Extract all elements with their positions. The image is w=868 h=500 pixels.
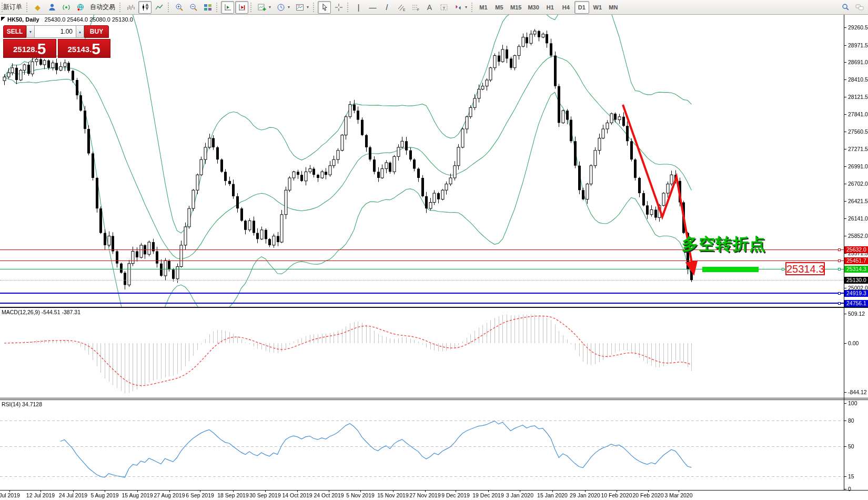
sell-button[interactable]: SELL bbox=[3, 25, 26, 38]
chart-collapse-icon[interactable] bbox=[1, 17, 5, 21]
level-line-25451.7[interactable] bbox=[0, 261, 844, 261]
tf-d1[interactable]: D1 bbox=[574, 1, 589, 14]
template-icon[interactable] bbox=[293, 1, 306, 14]
axis-tick bbox=[844, 314, 846, 314]
fibonacci-icon[interactable]: F bbox=[409, 1, 422, 14]
tf-m30[interactable]: M30 bbox=[525, 1, 541, 14]
date-label: 5 Aug 2019 bbox=[90, 492, 118, 498]
sell-price-cell[interactable]: 25128.5 bbox=[3, 39, 56, 58]
pane-separator-main-macd[interactable] bbox=[0, 307, 868, 308]
level-line-24756.1[interactable] bbox=[0, 303, 844, 304]
date-label: 15 Nov 2019 bbox=[377, 492, 409, 498]
axis-tick bbox=[844, 201, 846, 202]
price-tick-label: 27271.5 bbox=[848, 146, 868, 152]
date-label: 3 Jan 2020 bbox=[506, 492, 533, 498]
date-label: 27 Nov 2019 bbox=[409, 492, 441, 498]
level-line-25130.0 bbox=[0, 280, 844, 281]
favorites-icon[interactable]: ◆ bbox=[31, 1, 44, 14]
zoom-out-icon[interactable] bbox=[187, 1, 200, 14]
axis-tick bbox=[844, 132, 846, 132]
level-line-24919.3[interactable] bbox=[0, 293, 844, 294]
chart-title: HK50, Daily25430.0 25464.0 25080.0 25130… bbox=[7, 16, 133, 23]
add-indicator-icon-dropdown[interactable]: ▾ bbox=[269, 2, 274, 13]
date-label: 3 Mar 2020 bbox=[664, 492, 692, 498]
trendline-icon[interactable]: / bbox=[380, 1, 393, 14]
autotrading-icon[interactable] bbox=[74, 1, 87, 14]
line-handle[interactable] bbox=[838, 302, 841, 305]
line-chart-icon[interactable] bbox=[153, 1, 166, 14]
volume-increase-button[interactable]: ▲ bbox=[76, 25, 84, 38]
arrows-icon-dropdown[interactable]: ▾ bbox=[465, 2, 470, 13]
date-label: 6 Sep 2019 bbox=[186, 492, 214, 498]
auto-scroll-icon[interactable] bbox=[221, 1, 234, 14]
autotrading-label[interactable]: 自动交易 bbox=[88, 1, 117, 14]
cursor-icon[interactable] bbox=[318, 1, 331, 14]
rsi-tick-label: 80 bbox=[848, 417, 854, 424]
tf-h1[interactable]: H1 bbox=[543, 1, 558, 14]
crosshair-icon[interactable] bbox=[332, 1, 345, 14]
axis-tick bbox=[844, 62, 846, 63]
axis-badge-24756.1: 24756.1 bbox=[844, 300, 868, 307]
candlestick-icon[interactable] bbox=[138, 1, 152, 14]
tf-mn[interactable]: MN bbox=[606, 1, 621, 14]
price-tick-label: 28121.5 bbox=[848, 94, 868, 100]
tf-w1[interactable]: W1 bbox=[590, 1, 605, 14]
tf-h4[interactable]: H4 bbox=[559, 1, 573, 14]
line-handle[interactable] bbox=[838, 292, 841, 295]
price-tag-box[interactable]: 25314.3 bbox=[785, 262, 825, 275]
date-label: 15 Aug 2019 bbox=[122, 492, 153, 498]
volume-decrease-button[interactable]: ▼ bbox=[26, 25, 35, 38]
tile-windows-icon[interactable] bbox=[201, 1, 214, 14]
axis-tick bbox=[844, 421, 846, 421]
horizontal-line-icon[interactable]: — bbox=[366, 1, 379, 14]
volume-input[interactable] bbox=[35, 25, 76, 38]
toolbar-grip bbox=[216, 3, 219, 12]
axis-tick bbox=[844, 446, 846, 447]
chat-icon[interactable] bbox=[853, 1, 866, 14]
tf-m1[interactable]: M1 bbox=[476, 1, 491, 14]
chart-shift-icon[interactable] bbox=[235, 1, 248, 14]
price-tick-label: 28691.0 bbox=[848, 59, 868, 65]
toolbar-grip bbox=[471, 3, 474, 12]
tf-m15[interactable]: M15 bbox=[508, 1, 524, 14]
date-label: 29 Jan 2020 bbox=[570, 492, 600, 498]
rsi-bottom-border bbox=[0, 490, 868, 491]
price-tick-label: 26991.0 bbox=[848, 163, 868, 169]
axis-tick bbox=[844, 45, 846, 46]
periods-icon[interactable] bbox=[274, 1, 287, 14]
turning-point-annotation[interactable]: 多空转折点 bbox=[682, 233, 787, 255]
pane-separator-macd-rsi-a[interactable] bbox=[0, 398, 868, 398]
line-handle[interactable] bbox=[838, 248, 841, 251]
arrows-icon[interactable] bbox=[451, 1, 465, 14]
bar-chart-icon[interactable] bbox=[124, 1, 137, 14]
new-order-button[interactable]: 新订单 bbox=[1, 1, 24, 14]
text-icon[interactable]: A bbox=[423, 1, 436, 14]
support-highlight-bar[interactable] bbox=[702, 267, 759, 272]
periods-icon-dropdown[interactable]: ▾ bbox=[288, 2, 292, 13]
axis-badge-25451.7: 25451.7 bbox=[844, 257, 868, 264]
rsi-tick-label: 50 bbox=[848, 443, 854, 449]
line-handle[interactable] bbox=[782, 268, 784, 271]
line-handle[interactable] bbox=[838, 268, 841, 271]
buy-price-main: 25143. bbox=[67, 43, 92, 56]
axis-tick bbox=[844, 288, 846, 288]
price-tick-label: 26421.5 bbox=[848, 198, 868, 204]
text-label-icon[interactable]: T bbox=[437, 1, 450, 14]
template-icon-dropdown[interactable]: ▾ bbox=[307, 2, 311, 13]
tf-m5[interactable]: M5 bbox=[492, 1, 507, 14]
zoom-in-icon[interactable] bbox=[173, 1, 186, 14]
signal-icon[interactable] bbox=[59, 1, 73, 14]
toolbar-grip bbox=[347, 3, 350, 12]
buy-price-cell[interactable]: 25143.5 bbox=[58, 39, 111, 58]
date-label: 5 Nov 2019 bbox=[346, 492, 375, 498]
axis-tick bbox=[844, 476, 846, 477]
channel-icon[interactable]: E bbox=[395, 1, 408, 14]
search-icon[interactable] bbox=[839, 1, 852, 14]
add-indicator-icon[interactable] bbox=[255, 1, 268, 14]
metaeditor-icon[interactable] bbox=[45, 1, 58, 14]
symbol-period-label: HK50, Daily bbox=[7, 16, 39, 23]
line-handle[interactable] bbox=[838, 259, 841, 262]
vertical-line-icon[interactable]: | bbox=[352, 1, 365, 14]
buy-button[interactable]: BUY bbox=[84, 25, 109, 38]
axis-tick bbox=[844, 149, 846, 149]
